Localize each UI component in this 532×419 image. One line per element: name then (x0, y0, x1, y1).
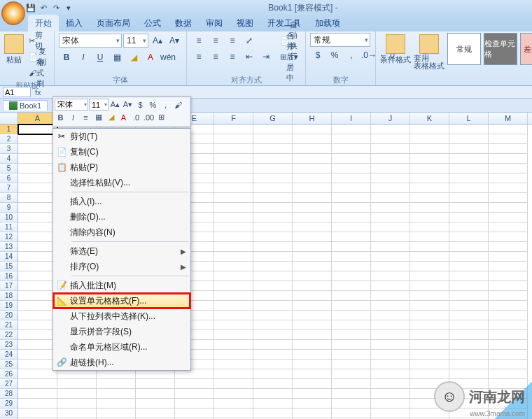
row-header[interactable]: 2 (0, 134, 18, 144)
cell[interactable] (293, 183, 332, 193)
cell[interactable] (332, 281, 371, 291)
cell[interactable] (18, 291, 57, 301)
cell[interactable] (293, 222, 332, 232)
cell[interactable] (489, 154, 528, 164)
cell[interactable] (371, 154, 410, 164)
mini-inc-dec[interactable]: .0 (130, 111, 142, 123)
cell[interactable] (332, 213, 371, 222)
cell[interactable] (293, 409, 332, 418)
cell[interactable] (18, 252, 57, 262)
cell[interactable] (293, 242, 332, 252)
indent-inc-button[interactable]: ⇥ (258, 49, 274, 64)
cell[interactable] (410, 350, 449, 360)
align-middle-button[interactable]: ≡ (208, 33, 223, 48)
cell[interactable] (214, 203, 253, 213)
cell[interactable] (449, 242, 489, 252)
fill-color-button[interactable]: ◢ (126, 50, 141, 65)
tab-加载项[interactable]: 加载项 (308, 15, 347, 31)
cell[interactable] (449, 271, 489, 281)
merge-center-button[interactable]: ⊞ 合并后居中 ▾ (276, 49, 302, 64)
mini-percent[interactable]: % (147, 99, 159, 111)
cell[interactable] (253, 213, 293, 222)
row-header[interactable]: 24 (0, 350, 18, 360)
cell[interactable] (489, 271, 528, 281)
cell[interactable] (293, 301, 332, 311)
col-header-F[interactable]: F (214, 113, 253, 124)
cell[interactable] (410, 291, 449, 301)
cell[interactable] (214, 330, 253, 340)
cell[interactable] (214, 340, 253, 350)
cell[interactable] (293, 399, 332, 409)
cell[interactable] (97, 369, 136, 379)
cell[interactable] (332, 369, 371, 379)
row-header[interactable]: 5 (0, 164, 18, 173)
cell[interactable] (332, 301, 371, 311)
cell[interactable] (449, 183, 489, 193)
menu-item[interactable]: 筛选(E)▶ (53, 243, 190, 259)
cell[interactable] (18, 271, 57, 281)
cell[interactable] (410, 311, 449, 320)
cell[interactable] (253, 340, 293, 350)
cell[interactable] (253, 183, 293, 193)
cell[interactable] (332, 320, 371, 330)
mini-fill[interactable]: ◢ (105, 111, 117, 123)
row-header[interactable]: 28 (0, 389, 18, 399)
select-all-corner[interactable] (0, 113, 18, 124)
cell[interactable] (489, 350, 528, 360)
cell[interactable] (489, 193, 528, 203)
cell[interactable] (371, 164, 410, 173)
qat-more-icon[interactable]: ▾ (63, 3, 74, 14)
cell[interactable] (293, 350, 332, 360)
cell[interactable] (489, 360, 528, 369)
cell[interactable] (214, 173, 253, 183)
cell[interactable] (57, 369, 97, 379)
cell[interactable] (332, 144, 371, 154)
cell[interactable] (214, 320, 253, 330)
menu-item[interactable]: 🔗超链接(H)... (53, 355, 190, 370)
cell[interactable] (253, 350, 293, 360)
cell[interactable] (371, 125, 410, 134)
menu-item[interactable]: 清除内容(N) (53, 225, 190, 240)
cell[interactable] (449, 164, 489, 173)
cell[interactable] (175, 399, 214, 409)
cell[interactable] (18, 164, 57, 173)
menu-item[interactable]: 📝插入批注(M) (53, 278, 190, 293)
grow-font-button[interactable]: A▴ (150, 33, 165, 48)
cell[interactable] (410, 232, 449, 242)
cell[interactable] (371, 389, 410, 399)
tab-插入[interactable]: 插入 (59, 15, 90, 31)
cell[interactable] (214, 213, 253, 222)
cell[interactable] (410, 281, 449, 291)
cell[interactable] (253, 154, 293, 164)
row-header[interactable]: 15 (0, 262, 18, 271)
cell[interactable] (293, 369, 332, 379)
cell[interactable] (293, 311, 332, 320)
cell[interactable] (18, 213, 57, 222)
row-header[interactable]: 10 (0, 213, 18, 222)
cell[interactable] (253, 203, 293, 213)
cell[interactable] (332, 242, 371, 252)
cell[interactable] (253, 291, 293, 301)
row-header[interactable]: 6 (0, 173, 18, 183)
tab-开始[interactable]: 开始 (28, 15, 59, 31)
cell[interactable] (293, 252, 332, 262)
col-header-J[interactable]: J (371, 113, 410, 124)
cell[interactable] (175, 409, 214, 418)
cell[interactable] (489, 252, 528, 262)
cell[interactable] (57, 389, 97, 399)
row-header[interactable]: 11 (0, 222, 18, 232)
cell[interactable] (253, 173, 293, 183)
menu-item[interactable]: 排序(O)▶ (53, 259, 190, 274)
cell[interactable] (214, 164, 253, 173)
cell[interactable] (18, 350, 57, 360)
mini-format-painter[interactable]: 🖌 (172, 99, 184, 111)
cell[interactable] (332, 350, 371, 360)
row-header[interactable]: 13 (0, 242, 18, 252)
cell[interactable] (449, 350, 489, 360)
currency-button[interactable]: $ (310, 48, 326, 63)
cell[interactable] (489, 203, 528, 213)
cell[interactable] (293, 379, 332, 389)
font-name-combo[interactable]: 宋体 (59, 34, 122, 48)
cell[interactable] (214, 409, 253, 418)
cell[interactable] (332, 232, 371, 242)
